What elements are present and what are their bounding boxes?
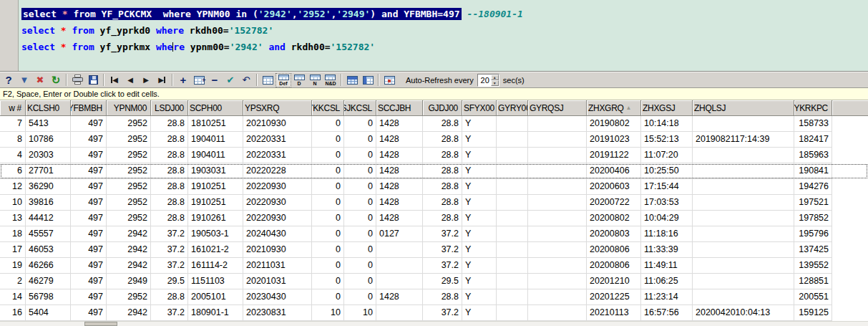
format-number-button[interactable]: N: [307, 73, 323, 87]
cell-ZHXGRQ[interactable]: 20200806: [587, 258, 641, 274]
cell-YKRKPC[interactable]: 137425: [794, 242, 832, 258]
cell-SCPH00[interactable]: 190503-1: [188, 226, 243, 242]
cell-GYRQSJ[interactable]: [528, 132, 587, 148]
cell-SCCJBH[interactable]: 1428: [376, 148, 423, 163]
cell-rownum[interactable]: 19: [0, 258, 26, 274]
cell-YKKCSL[interactable]: 0: [312, 274, 344, 289]
cell-YFBMBH[interactable]: 497: [71, 305, 107, 321]
cell-ZHQLSJ[interactable]: [693, 148, 794, 163]
cell-GYRQSJ[interactable]: [528, 163, 587, 179]
first-record-button[interactable]: ◀: [107, 73, 122, 87]
cell-ZHQLSJ[interactable]: [693, 226, 794, 242]
last-record-button[interactable]: ▶: [154, 73, 170, 87]
cell-YKRKPC[interactable]: 197852: [794, 211, 832, 226]
cell-GYRY00[interactable]: [497, 274, 528, 289]
column-header-ZHXGSJ[interactable]: ZHXGSJ: [641, 100, 693, 116]
cell-YPNM00[interactable]: 2952: [107, 132, 151, 148]
cell-ZHXGSJ[interactable]: 11:49:11: [641, 258, 693, 274]
horizontal-scrollbar[interactable]: [0, 321, 868, 326]
cell-GYRY00[interactable]: [497, 195, 528, 211]
cell-GYRY00[interactable]: [497, 258, 528, 274]
cell-YKRKPC[interactable]: 158733: [794, 116, 832, 132]
cell-YKKCSL[interactable]: 10: [312, 305, 344, 321]
delete-record-button[interactable]: −: [207, 73, 223, 87]
cell-LSDJ00[interactable]: 29.5: [151, 274, 188, 289]
cell-SFYX00[interactable]: Y: [462, 195, 497, 211]
cell-LSDJ00[interactable]: 37.2: [151, 305, 188, 321]
cell-GJDJ00[interactable]: 28.8: [423, 289, 462, 305]
table-row[interactable]: 1845557497294237.2190503-120240430000127…: [0, 226, 868, 242]
cell-SFYX00[interactable]: Y: [462, 116, 497, 132]
cell-YPSXRQ[interactable]: 20230430: [243, 289, 312, 305]
cell-ZHXGRQ[interactable]: 20191023: [587, 132, 641, 148]
cell-SCPH00[interactable]: 1904011: [188, 148, 243, 163]
cell-YPSXRQ[interactable]: 20220930: [243, 195, 312, 211]
cell-YPNM00[interactable]: 2942: [107, 305, 151, 321]
cell-YKRKPC[interactable]: 182417: [794, 132, 832, 148]
refresh-button[interactable]: ↻: [48, 73, 64, 87]
cell-SJKCSL[interactable]: 0: [344, 211, 376, 226]
cell-KCLSH0[interactable]: 46053: [26, 242, 71, 258]
cell-SJKCSL[interactable]: 0: [344, 148, 376, 163]
cell-ZHQLSJ[interactable]: [693, 274, 794, 289]
cell-YPNM00[interactable]: 2952: [107, 116, 151, 132]
cell-ZHXGRQ[interactable]: 20200406: [587, 163, 641, 179]
record-view-button[interactable]: [381, 73, 397, 87]
cell-KCLSH0[interactable]: 20303: [26, 148, 71, 163]
cell-GJDJ00[interactable]: 37.2: [423, 305, 462, 321]
table-row[interactable]: 810786497295228.819040112022033100142828…: [0, 132, 868, 148]
cell-GYRQSJ[interactable]: [528, 116, 587, 132]
cell-LSDJ00[interactable]: 37.2: [151, 242, 188, 258]
cell-ZHXGSJ[interactable]: 15:52:13: [641, 132, 693, 148]
cell-rownum[interactable]: 6: [0, 163, 26, 179]
column-header-GJDJ00[interactable]: GJDJ00: [423, 100, 462, 116]
cell-GYRQSJ[interactable]: [528, 274, 587, 289]
cell-YPNM00[interactable]: 2942: [107, 226, 151, 242]
cell-LSDJ00[interactable]: 28.8: [151, 163, 188, 179]
cell-ZHQLSJ[interactable]: [693, 179, 794, 195]
cell-YKRKPC[interactable]: 159125: [794, 305, 832, 321]
table-row[interactable]: 75413497295228.818102512021093000142828.…: [0, 116, 868, 132]
cell-YKRKPC[interactable]: 128851: [794, 274, 832, 289]
cell-GJDJ00[interactable]: 37.2: [423, 226, 462, 242]
cell-YKKCSL[interactable]: 0: [312, 179, 344, 195]
cell-ZHXGRQ[interactable]: 20201225: [587, 289, 641, 305]
format-number-date-button[interactable]: N&D: [323, 73, 338, 87]
scrollbar-thumb[interactable]: [84, 322, 117, 326]
prior-record-button[interactable]: ◀: [122, 73, 138, 87]
cell-SCPH00[interactable]: 1910261: [188, 211, 243, 226]
cell-GYRY00[interactable]: [497, 116, 528, 132]
cell-YKRKPC[interactable]: 185963: [794, 148, 832, 163]
cell-rownum[interactable]: 7: [0, 116, 26, 132]
cell-GJDJ00[interactable]: 37.2: [423, 258, 462, 274]
cell-SJKCSL[interactable]: 0: [344, 116, 376, 132]
cell-YKRKPC[interactable]: 200551: [794, 289, 832, 305]
cell-rownum[interactable]: 18: [0, 226, 26, 242]
sql-editor[interactable]: select * from YF_PCKCMX where YPNM00 in …: [0, 0, 868, 72]
cell-GYRY00[interactable]: [497, 211, 528, 226]
cell-SCCJBH[interactable]: [376, 242, 423, 258]
cell-SFYX00[interactable]: Y: [462, 148, 497, 163]
cell-YPNM00[interactable]: 2942: [107, 242, 151, 258]
column-header-GYRQSJ[interactable]: GYRQSJ: [528, 100, 587, 116]
cell-YKRKPC[interactable]: 139552: [794, 258, 832, 274]
cell-SCPH00[interactable]: 2005101: [188, 289, 243, 305]
cell-YPNM00[interactable]: 2952: [107, 163, 151, 179]
cell-GJDJ00[interactable]: 29.5: [423, 274, 462, 289]
insert-record-button[interactable]: +: [175, 73, 191, 87]
cell-GYRQSJ[interactable]: [528, 179, 587, 195]
cell-SJKCSL[interactable]: 0: [344, 132, 376, 148]
cell-ZHXGRQ[interactable]: 20190802: [587, 116, 641, 132]
cell-YFBMBH[interactable]: 497: [71, 274, 107, 289]
cell-LSDJ00[interactable]: 28.8: [151, 116, 188, 132]
cell-KCLSH0[interactable]: 5404: [26, 305, 71, 321]
spinner-down-icon[interactable]: ▼: [491, 80, 499, 86]
cell-SCCJBH[interactable]: 1428: [376, 163, 423, 179]
sql-line[interactable]: select * from yf_yprkmx where ypnm00='29…: [21, 39, 868, 55]
cell-ZHXGRQ[interactable]: 20200806: [587, 242, 641, 258]
next-record-button[interactable]: ▶: [138, 73, 154, 87]
cell-SCPH00[interactable]: 1904011: [188, 132, 243, 148]
sql-code-area[interactable]: select * from YF_PCKCMX where YPNM00 in …: [19, 0, 868, 71]
cell-rownum[interactable]: 8: [0, 132, 26, 148]
cell-LSDJ00[interactable]: 28.8: [151, 132, 188, 148]
